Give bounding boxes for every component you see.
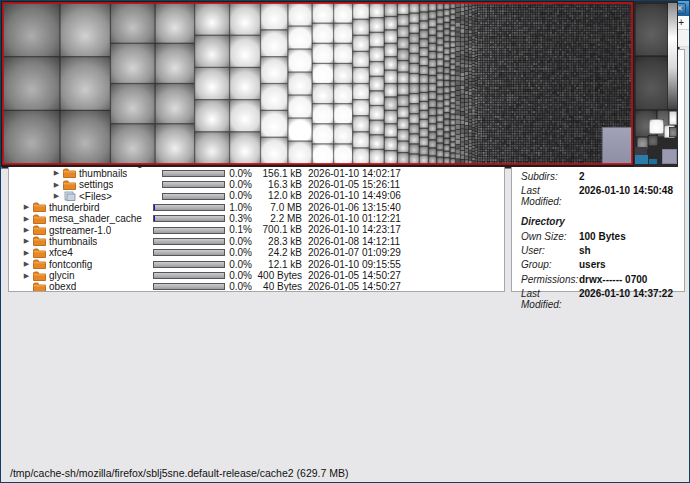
tree-row[interactable]: ▶thumbnails0.0%156.1 kB2026-01-10 14:02:… (9, 168, 504, 179)
percent-bar (153, 272, 225, 279)
detail-value: users (579, 259, 606, 270)
size-cell: 400 Bytes (255, 270, 305, 281)
percent-bar (153, 249, 225, 256)
expand-arrow-icon[interactable]: ▶ (53, 192, 60, 200)
tree-item-name: thumbnails (49, 236, 97, 247)
percent-bar (153, 238, 225, 245)
expand-arrow-icon[interactable]: ▶ (23, 226, 30, 234)
detail-value: 2026-01-10 14:37:22 (579, 288, 673, 310)
tree-row[interactable]: ▶glycin0.0%400 Bytes2026-01-05 14:50:27 (9, 270, 504, 281)
expand-arrow-icon[interactable]: ▶ (23, 237, 30, 245)
expand-arrow-icon[interactable]: ▶ (23, 203, 30, 211)
tree-item-name: xfce4 (49, 247, 73, 258)
size-cell: 12.0 kB (255, 190, 305, 201)
tree-row[interactable]: ▶xfce40.0%24.2 kB2026-01-07 01:09:29 (9, 247, 504, 258)
tree-row[interactable]: ▶fontconfig0.0%12.1 kB2026-01-10 09:15:5… (9, 259, 504, 270)
modified-cell: 2026-01-06 13:15:40 (305, 202, 371, 213)
tree-row[interactable]: ▶<Files>0.0%12.0 kB2026-01-10 14:49:06 (9, 190, 504, 201)
expand-arrow-icon[interactable]: ▶ (53, 181, 60, 189)
detail-label: Last Modified: (521, 185, 579, 207)
expand-arrow-icon[interactable]: ▶ (23, 249, 30, 257)
tree-row[interactable]: obexd0.0%40 Bytes2026-01-05 14:50:27 (9, 281, 504, 292)
percent-cell: 0.0% (227, 236, 255, 247)
expand-arrow-icon[interactable]: ▶ (23, 260, 30, 268)
modified-cell: 2026-01-10 14:23:17 (305, 224, 371, 235)
tree-item-name: mesa_shader_cache (49, 213, 142, 224)
detail-label: Group: (521, 259, 579, 270)
tree-item-name: settings (79, 179, 113, 190)
tree-row[interactable]: ▶thunderbird1.0%7.0 MB2026-01-06 13:15:4… (9, 202, 504, 213)
detail-label: User: (521, 245, 579, 256)
detail-value: sh (579, 245, 591, 256)
tree-row[interactable]: ▶mesa_shader_cache0.3%2.2 MB2026-01-10 0… (9, 213, 504, 224)
percent-bar (153, 204, 225, 211)
treemap-panel (1, 1, 680, 169)
tree-item-name: gstreamer-1.0 (49, 225, 111, 236)
folder-icon (63, 168, 76, 178)
detail-value: drwx------ 0700 (579, 274, 647, 285)
percent-bar (153, 283, 225, 290)
percent-bar (162, 170, 225, 177)
modified-cell: 2026-01-08 14:12:11 (305, 236, 371, 247)
modified-cell: 2026-01-05 14:50:27 (305, 270, 371, 281)
tree-row[interactable]: ▶thumbnails0.0%28.3 kB2026-01-08 14:12:1… (9, 236, 504, 247)
percent-cell: 0.0% (227, 190, 255, 201)
size-cell: 7.0 MB (255, 202, 305, 213)
folder-icon (63, 180, 76, 190)
folder-icon (33, 214, 46, 224)
percent-cell: 0.0% (227, 270, 255, 281)
files-icon (63, 191, 76, 201)
size-cell: 156.1 kB (255, 168, 305, 179)
tree-item-name: thunderbird (49, 202, 100, 213)
status-text: /tmp/cache-sh/mozilla/firefox/sblj5sne.d… (10, 467, 349, 479)
folder-icon (33, 236, 46, 246)
size-cell: 16.3 kB (255, 179, 305, 190)
percent-bar (162, 193, 225, 200)
size-cell: 40 Bytes (255, 281, 305, 292)
tree-item-name: fontconfig (49, 259, 92, 270)
percent-cell: 1.0% (227, 202, 255, 213)
modified-cell: 2026-01-05 14:50:27 (305, 281, 371, 292)
modified-cell: 2026-01-10 01:12:21 (305, 213, 371, 224)
status-bar: /tmp/cache-sh/mozilla/firefox/sblj5sne.d… (1, 464, 689, 482)
percent-cell: 0.0% (227, 281, 255, 292)
expand-arrow-icon[interactable]: ▶ (23, 272, 30, 280)
size-cell: 2.2 MB (255, 213, 305, 224)
qdirstat-window: QDirStat – □ ✕ FileEditViewGoDiscoverCle… (0, 0, 690, 483)
tree-item-name: <Files> (79, 191, 112, 202)
detail-label: Subdirs: (521, 171, 579, 182)
size-cell: 24.2 kB (255, 247, 305, 258)
folder-icon (33, 202, 46, 212)
detail-value: 2 (579, 171, 585, 182)
size-cell: 28.3 kB (255, 236, 305, 247)
folder-icon (33, 271, 46, 281)
tree-item-name: obexd (49, 281, 76, 292)
tree-row[interactable]: ▶settings0.0%16.3 kB2026-01-05 15:26:11 (9, 179, 504, 190)
treemap-canvas[interactable] (1, 1, 678, 167)
expand-arrow-icon[interactable]: ▶ (23, 215, 30, 223)
detail-label: Last Modified: (521, 288, 579, 310)
percent-cell: 0.0% (227, 247, 255, 258)
detail-value: 2026-01-10 14:50:48 (579, 185, 673, 207)
detail-section-header: Directory (521, 216, 676, 227)
tree-item-name: thumbnails (79, 168, 127, 179)
folder-icon (33, 282, 46, 292)
percent-bar (162, 181, 225, 188)
tree-row[interactable]: ▶gstreamer-1.00.1%700.1 kB2026-01-10 14:… (9, 224, 504, 235)
modified-cell: 2026-01-05 15:26:11 (305, 179, 371, 190)
detail-label: Own Size: (521, 231, 579, 242)
percent-cell: 0.1% (227, 224, 255, 235)
percent-cell: 0.0% (227, 259, 255, 270)
modified-cell: 2026-01-07 01:09:29 (305, 247, 371, 258)
folder-icon (33, 248, 46, 258)
size-cell: 12.1 kB (255, 259, 305, 270)
detail-value: 100 Bytes (579, 231, 626, 242)
modified-cell: 2026-01-10 14:49:06 (305, 190, 371, 201)
tree-item-name: glycin (49, 270, 75, 281)
folder-icon (33, 259, 46, 269)
percent-cell: 0.0% (227, 168, 255, 179)
folder-icon (33, 225, 46, 235)
percent-cell: 0.0% (227, 179, 255, 190)
size-cell: 700.1 kB (255, 224, 305, 235)
expand-arrow-icon[interactable]: ▶ (53, 169, 60, 177)
